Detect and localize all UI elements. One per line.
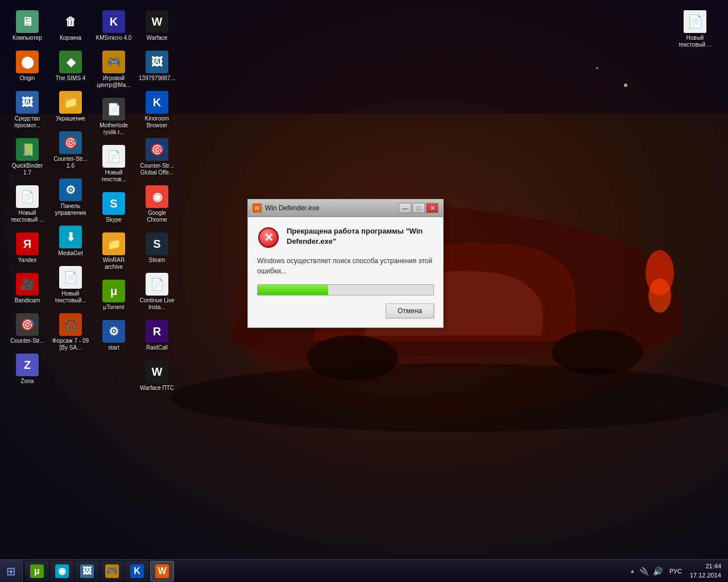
warface2-icon: W — [146, 360, 168, 383]
svg-point-9 — [624, 84, 627, 87]
dialog-app-icon: W — [253, 203, 262, 213]
desktop-icon-moth[interactable]: 📄Motherlode ryslik.r... — [93, 95, 134, 138]
dialog-heading: Прекращена работа программы "Win Defende… — [287, 226, 434, 247]
desktop-icon-raidcall[interactable]: RRaidCall — [136, 318, 177, 354]
sredstvo-icon: 🖼 — [16, 91, 39, 114]
tray-language[interactable]: РУС — [666, 568, 685, 575]
desktop-icon-warface[interactable]: WWarface — [136, 8, 177, 44]
desktop-icon-kino[interactable]: KKinoroom Browser — [136, 89, 177, 131]
game-icon: 🎮 — [102, 51, 125, 73]
dialog-minimize-button[interactable]: — — [399, 203, 411, 213]
tray-expand-button[interactable]: ▲ — [628, 567, 636, 575]
new-txt-right-icon: 📄 — [684, 10, 706, 33]
continue-label: Continue Live Insta... — [138, 297, 176, 311]
win-defender-dialog: W Win Defender.exe — □ ✕ ✕ Прекращена ра… — [247, 199, 444, 328]
computer-icon: 🖥 — [16, 10, 39, 33]
windows-logo-icon: ⊞ — [6, 564, 16, 578]
desktop-icon-css16[interactable]: 🎯Counter-Str... 1.6 — [50, 129, 91, 172]
tray-volume-icon[interactable]: 🔊 — [652, 566, 664, 577]
forsag-icon: 🎧 — [59, 313, 82, 336]
kms-icon: K — [102, 10, 125, 33]
new-txt3-icon: 📄 — [102, 145, 125, 168]
dialog-title-text: Win Defender.exe — [265, 204, 319, 212]
desktop-icon-winrar[interactable]: 📁WinRAR archive — [93, 230, 134, 273]
css1-label: Counter-Str... — [10, 338, 44, 344]
desktop-icon-continue[interactable]: 📄Continue Live Insta... — [136, 271, 177, 313]
tray-network-icon[interactable]: 🔌 — [639, 566, 650, 577]
forsag-label: Форсаж 7 - 09 [By SA... — [51, 338, 90, 351]
desktop-icon-img1397[interactable]: 🖼1397979887... — [136, 48, 177, 84]
desktop-icon-bandicam[interactable]: 🎥Bandicam — [7, 271, 48, 306]
desktop-icon-ukrasenie[interactable]: 📁Украшение — [50, 89, 91, 124]
desktop-icon-sredstvo[interactable]: 🖼Средство просмот... — [7, 89, 48, 131]
dialog-close-button[interactable]: ✕ — [426, 203, 439, 213]
desktop-icon-utorrent[interactable]: μμTorrent — [93, 277, 134, 313]
img1397-icon: 🖼 — [146, 51, 168, 73]
desktop-icon-yandex[interactable]: ЯYandex — [7, 230, 48, 266]
desktop-icon-origin[interactable]: ⬤Origin — [7, 48, 48, 84]
dialog-controls: — □ ✕ — [399, 203, 439, 213]
taskbar-tray: ▲ 🔌 🔊 РУС 21:44 17.12.2014 — [624, 562, 728, 580]
css16-label: Counter-Str... 1.6 — [51, 156, 90, 169]
game-label: Игровой центр@Ма... — [94, 75, 133, 89]
desktop-icon-warface2[interactable]: WWarface ПТС — [136, 358, 177, 394]
desktop-icon-computer[interactable]: 🖥Компьютер — [7, 8, 48, 44]
trash-icon: 🗑 — [59, 10, 82, 33]
taskbar-icon-utorrent-tb: μ — [30, 564, 44, 578]
csgogo-icon: 🎯 — [146, 138, 168, 161]
desktop-icon-game[interactable]: 🎮Игровой центр@Ма... — [93, 48, 134, 91]
css16-icon: 🎯 — [59, 131, 82, 154]
moth-label: Motherlode ryslik.r... — [94, 122, 133, 136]
ukrasenie-icon: 📁 — [59, 91, 82, 114]
dialog-window: W Win Defender.exe — □ ✕ ✕ Прекращена ра… — [247, 199, 444, 328]
taskbar-item-app2[interactable]: ◉ — [50, 561, 74, 581]
yandex-label: Yandex — [18, 257, 36, 264]
clock-area[interactable]: 21:44 17.12.2014 — [688, 562, 723, 580]
new-txt1-icon: 📄 — [16, 185, 39, 208]
taskbar-icon-app4: 🎮 — [105, 564, 119, 578]
taskbar-icon-app2: ◉ — [55, 564, 69, 578]
dialog-maximize-button[interactable]: □ — [412, 203, 425, 213]
desktop-icon-quickbinder[interactable]: 📗QuickBinder 1.7 — [7, 136, 48, 178]
taskbar-start-button[interactable]: ⊞ — [0, 560, 23, 583]
desktop-icon-new-txt2[interactable]: 📄Новый текстовый... — [50, 264, 91, 306]
dialog-body: ✕ Прекращена работа программы "Win Defen… — [248, 217, 443, 327]
desktop-icon-skype[interactable]: SSkype — [93, 190, 134, 226]
kino-label: Kinoroom Browser — [138, 115, 176, 129]
desktop-icon-new-txt1[interactable]: 📄Новый текстовый ... — [7, 183, 48, 226]
desktop-icon-new-txt-right[interactable]: 📄 Новый текстовый ... — [675, 8, 715, 51]
desktop-icon-chrome[interactable]: ◉Google Chrome — [136, 183, 177, 226]
desktop-icon-zona[interactable]: ZZona — [7, 351, 48, 387]
desktop-icon-kms[interactable]: KKMSmicro 4.0 — [93, 8, 134, 44]
taskbar-item-kb[interactable]: K — [125, 561, 149, 581]
chrome-icon: ◉ — [146, 185, 168, 208]
desktop-icon-start[interactable]: ⚙start — [93, 318, 134, 354]
svg-point-5 — [171, 364, 728, 432]
taskbar-item-app3[interactable]: 🖼 — [75, 561, 99, 581]
desktop-icon-csgogo[interactable]: 🎯Counter-Str... Global Offe... — [136, 136, 177, 178]
dialog-progress-track — [257, 284, 434, 296]
mediaget-label: MediaGet — [58, 250, 82, 257]
desktop-icon-new-txt3[interactable]: 📄Новый текстов... — [93, 143, 134, 185]
desktop-icon-steam[interactable]: SSteam — [136, 230, 177, 266]
trash-label: Корзина — [60, 35, 81, 41]
dialog-cancel-button[interactable]: Отмена — [386, 304, 434, 318]
bandicam-label: Bandicam — [15, 297, 40, 304]
dialog-titlebar: W Win Defender.exe — □ ✕ — [248, 199, 443, 217]
desktop-icon-css1[interactable]: 🎯Counter-Str... — [7, 311, 48, 347]
sredstvo-label: Средство просмот... — [8, 115, 47, 129]
desktop-icon-trash[interactable]: 🗑Корзина — [50, 8, 91, 44]
csgogo-label: Counter-Str... Global Offe... — [138, 163, 176, 176]
desktop-icon-forsag[interactable]: 🎧Форсаж 7 - 09 [By SA... — [50, 311, 91, 354]
taskbar-item-windefender[interactable]: W — [150, 561, 174, 581]
desktop-icon-sims[interactable]: ◆The SIMS 4 — [50, 48, 91, 84]
origin-icon: ⬤ — [16, 51, 39, 73]
taskbar-icon-app3: 🖼 — [80, 564, 94, 578]
utorrent-icon: μ — [102, 280, 125, 302]
taskbar-item-utorrent-tb[interactable]: μ — [25, 561, 49, 581]
desktop-icon-panel[interactable]: ⚙Панель управления — [50, 176, 91, 219]
taskbar-item-app4[interactable]: 🎮 — [100, 561, 124, 581]
desktop-icon-mediaget[interactable]: ⬇MediaGet — [50, 223, 91, 259]
bandicam-icon: 🎥 — [16, 273, 39, 296]
quickbinder-icon: 📗 — [16, 138, 39, 161]
